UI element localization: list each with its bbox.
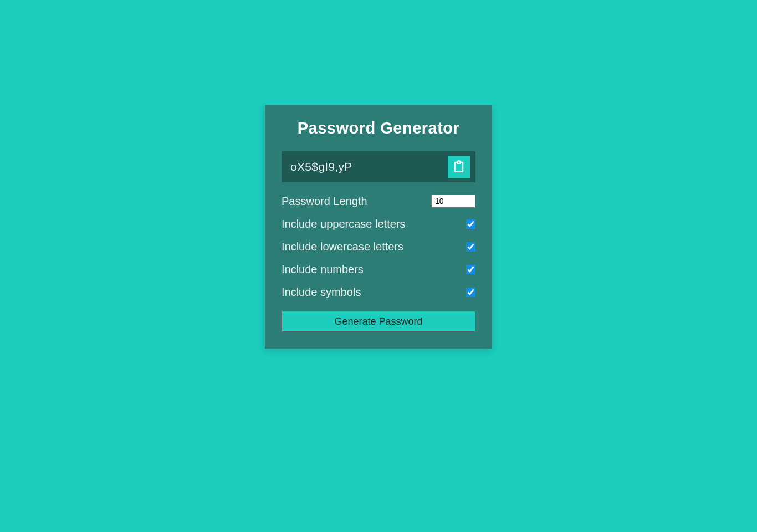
clipboard-icon [453,160,464,174]
uppercase-label: Include uppercase letters [282,218,405,231]
numbers-checkbox[interactable] [466,265,475,274]
copy-to-clipboard-button[interactable] [448,156,470,178]
symbols-label: Include symbols [282,286,361,299]
length-label: Password Length [282,195,367,208]
length-input[interactable] [431,195,475,208]
setting-numbers: Include numbers [282,263,475,276]
setting-symbols: Include symbols [282,286,475,299]
setting-uppercase: Include uppercase letters [282,218,475,231]
generate-password-button[interactable]: Generate Password [282,311,475,332]
generated-password: oX5$gI9,yP [290,160,352,173]
numbers-label: Include numbers [282,263,364,276]
lowercase-checkbox[interactable] [466,242,475,252]
password-generator-panel: Password Generator oX5$gI9,yP Password L… [265,105,492,349]
lowercase-label: Include lowercase letters [282,241,403,253]
setting-lowercase: Include lowercase letters [282,241,475,253]
password-result-container: oX5$gI9,yP [282,151,475,182]
setting-length: Password Length [282,195,475,208]
uppercase-checkbox[interactable] [466,219,475,229]
page-title: Password Generator [282,119,475,137]
symbols-checkbox[interactable] [466,288,475,297]
